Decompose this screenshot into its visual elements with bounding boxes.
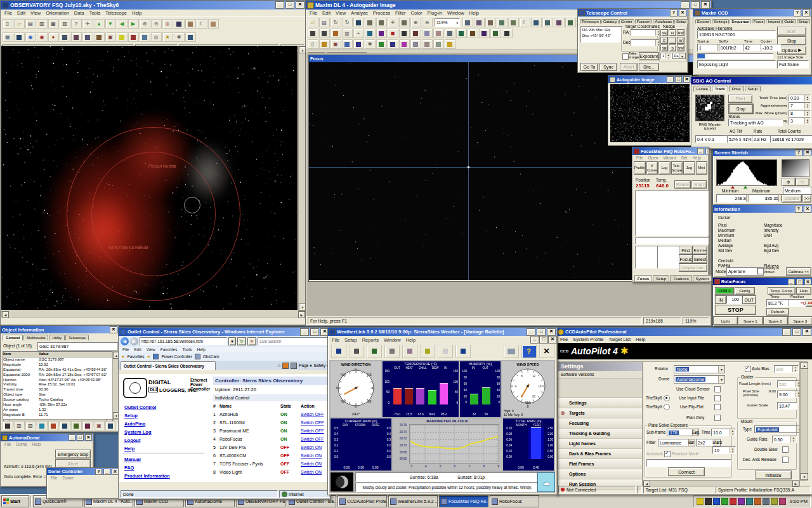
thesky6-titlebar[interactable]: OBSERVATORY FSQ July10.sky - TheSky6 _ □…: [1, 1, 306, 10]
nudge-button[interactable]: NE: [660, 29, 668, 36]
close-icon[interactable]: ✕: [804, 206, 811, 213]
printer-icon[interactable]: [410, 39, 421, 49]
information-titlebar[interactable]: Information ? ✕: [713, 205, 812, 213]
menu-item[interactable]: Tools: [180, 347, 194, 352]
input-file-checkbox[interactable]: [714, 395, 721, 401]
taskbar-item[interactable]: CCDAutoPilot Profe...: [337, 495, 387, 507]
circle-icon[interactable]: [319, 29, 330, 38]
close-icon[interactable]: ✕: [547, 328, 556, 336]
up-icon[interactable]: ▲: [94, 19, 105, 29]
mode-button[interactable]: V Curve: [646, 161, 658, 175]
menu-item[interactable]: Help: [195, 347, 208, 352]
down-icon[interactable]: ▼: [105, 19, 116, 29]
clock[interactable]: 9:00 PM: [790, 498, 808, 504]
guide-rate-input[interactable]: 0.50: [772, 436, 797, 443]
menu-item[interactable]: File: [558, 337, 570, 342]
menu-item[interactable]: Help: [30, 442, 43, 446]
menu-item[interactable]: File: [634, 156, 645, 160]
autodark-checkbox[interactable]: [664, 451, 671, 457]
minimize-icon[interactable]: _: [103, 469, 110, 475]
close-icon[interactable]: ✕: [110, 326, 117, 333]
guide-icon[interactable]: [342, 39, 353, 49]
table-row[interactable]: Equatorial RA: 20h 55m 42.41s Dec: +43°5…: [3, 368, 112, 373]
minimize-icon[interactable]: _: [300, 328, 309, 336]
gamma-icon[interactable]: [554, 18, 565, 27]
menu-item[interactable]: Edit: [131, 347, 143, 352]
settings-icon[interactable]: ✱: [365, 39, 376, 49]
mars-icon[interactable]: ●: [48, 32, 59, 42]
tab[interactable]: Utility: [49, 335, 65, 340]
print-icon[interactable]: ▨: [25, 421, 36, 431]
menu-item[interactable]: Setup: [342, 337, 360, 343]
zoom-out-icon[interactable]: ⊖: [151, 19, 162, 29]
column-header-item[interactable]: Item: [3, 352, 39, 357]
menu-item[interactable]: Window: [381, 337, 403, 343]
exp-time-input[interactable]: 10.0: [711, 429, 736, 436]
hsplit-icon[interactable]: [497, 18, 508, 27]
menu-item[interactable]: File: [120, 347, 131, 352]
grid-icon[interactable]: ▦: [3, 32, 13, 42]
run-icon[interactable]: [445, 39, 455, 49]
nudge-button[interactable]: S: [669, 44, 676, 51]
nav-link[interactable]: Outlet Control: [124, 404, 200, 410]
resize-icon[interactable]: [468, 29, 478, 38]
stars-input[interactable]: 10: [712, 446, 736, 454]
night-icon[interactable]: ☾: [520, 18, 530, 27]
flash-icon[interactable]: [117, 32, 128, 42]
tray-icon[interactable]: [730, 498, 737, 505]
help-icon[interactable]: ?: [521, 345, 537, 358]
menu-item[interactable]: Help: [129, 10, 144, 16]
paste-icon[interactable]: ▦: [48, 19, 59, 29]
web-icon[interactable]: [37, 421, 48, 431]
maximize-icon[interactable]: □: [792, 328, 801, 336]
minimize-icon[interactable]: _: [697, 148, 704, 154]
outlet-switch-link[interactable]: Switch OFF: [301, 427, 329, 435]
saveall-icon[interactable]: [388, 39, 398, 49]
frame-icon[interactable]: [82, 421, 93, 431]
tab[interactable]: Autofocus: [653, 19, 674, 23]
vsplit-icon[interactable]: [508, 18, 519, 27]
tab[interactable]: Setup: [745, 86, 761, 91]
table-row[interactable]: Magnitude 10.92: [3, 363, 112, 368]
tray-icon[interactable]: [713, 498, 720, 505]
stack-icon[interactable]: [140, 32, 150, 42]
outlet-switch-link[interactable]: Switch ON: [301, 468, 329, 476]
rf-help-button[interactable]: Help: [796, 287, 811, 295]
object-info-table[interactable]: Item Value Object name GSC 3179:987 Magn…: [3, 351, 113, 420]
focal-length-input[interactable]: 532: [777, 380, 800, 388]
search-input[interactable]: [258, 337, 329, 345]
tab[interactable]: Focus: [634, 275, 652, 281]
autosave-filename-input[interactable]: 100813 NGC7000: [697, 30, 776, 39]
left-icon[interactable]: ◀: [117, 19, 128, 29]
mode-button[interactable]: Profile: [634, 161, 646, 175]
ccdautopilot-vscrollbar[interactable]: ▲▼: [800, 361, 808, 481]
help-icon[interactable]: ?: [795, 149, 802, 156]
dec-axis-release-checkbox[interactable]: [782, 457, 789, 463]
menu-item[interactable]: Help: [403, 337, 418, 343]
add-favorite-icon[interactable]: ★: [147, 354, 151, 359]
target-icon[interactable]: ◎: [162, 19, 173, 29]
new-icon[interactable]: ▯: [308, 39, 318, 49]
suffix-input[interactable]: 001Rb2: [719, 44, 744, 51]
menu-item[interactable]: Tools: [87, 10, 103, 16]
nav-link[interactable]: Manual: [124, 457, 200, 462]
outlet-titlebar[interactable]: Outlet Control - Sierra Skies Observator…: [119, 328, 331, 336]
back-icon[interactable]: ◀: [121, 337, 129, 345]
help-icon[interactable]: ?: [795, 206, 802, 213]
tray-icon[interactable]: [738, 498, 745, 505]
display-in-arcsec-checkbox[interactable]: [757, 268, 764, 274]
safety-menu[interactable]: Safety ▾: [313, 363, 329, 368]
tray-icon[interactable]: [697, 498, 704, 505]
tray-icon[interactable]: [746, 498, 753, 505]
mdi-maximize-icon[interactable]: □: [539, 336, 548, 344]
line-icon[interactable]: [308, 29, 318, 38]
favorite-item[interactable]: ObsCam: [203, 354, 219, 359]
connect-button[interactable]: Connect: [668, 467, 705, 476]
rf-tab-button[interactable]: Spare 3: [788, 316, 812, 325]
dome-controller-titlebar[interactable]: Dome Controller ? _ ✕: [47, 468, 120, 475]
cloud-sensor-checkbox[interactable]: [714, 386, 721, 392]
maximize-icon[interactable]: □: [796, 279, 803, 285]
refresh-icon[interactable]: ↻: [237, 337, 246, 345]
outlet-switch-link[interactable]: Switch ON: [301, 443, 329, 451]
stretch-histogram[interactable]: [716, 159, 777, 186]
